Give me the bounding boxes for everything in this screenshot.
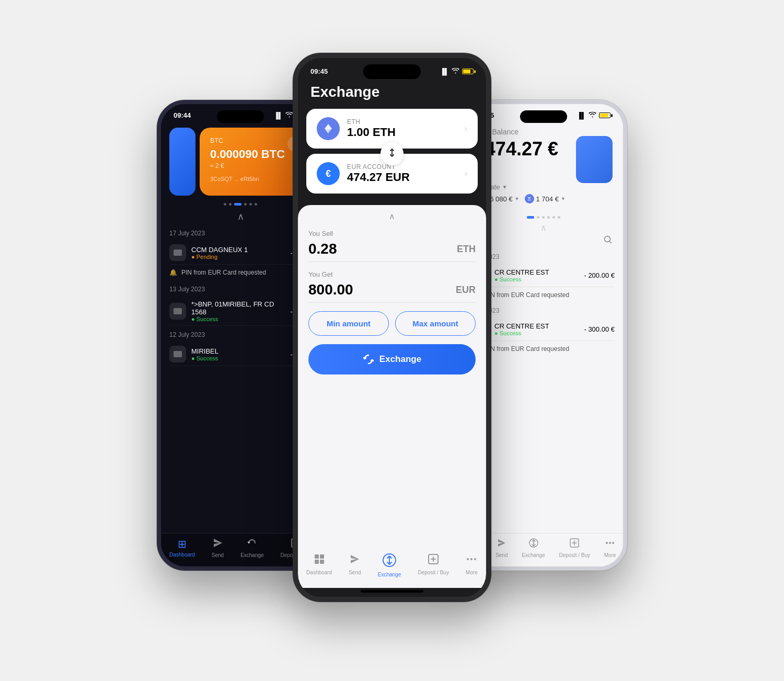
exchange-form: ∧ You Sell 0.28 ETH You Get 800.00	[298, 205, 486, 549]
left-nav-exchange[interactable]: Exchange	[240, 538, 263, 558]
exchange-btn-text: Exchange	[379, 354, 421, 365]
page-title: Exchange	[298, 75, 486, 109]
right-balance-title: Total Balance	[475, 128, 613, 136]
eth-card-chevron: ›	[465, 124, 467, 133]
center-nav-deposit-label: Deposit / Buy	[418, 570, 448, 575]
center-signal-icon: ▐▌	[440, 68, 449, 75]
right-signal-icon: ▐▌	[577, 112, 586, 119]
left-nav-dashboard[interactable]: ⊞ Dashboard	[169, 538, 195, 558]
right-exchange-icon	[528, 538, 539, 551]
sell-value[interactable]: 0.28	[308, 241, 337, 257]
tx-icon-2	[169, 303, 186, 320]
tx-info-1: CCM DAGNEUX 1 ● Pending	[191, 246, 285, 260]
right-tx-bell-2: 🔔 PIN from EUR Card requested	[472, 341, 615, 357]
tx-name-1: CCM DAGNEUX 1	[191, 246, 285, 254]
right-send-icon	[497, 538, 507, 551]
center-nav-dashboard[interactable]: Dashboard	[306, 553, 332, 577]
tx-name-2: *>BNP, 01MIRIBEL, FR CD 1568	[191, 300, 285, 316]
center-status-icons: ▐▌	[440, 67, 474, 75]
rate-items: B 26 080 € ▼ Ξ 1 704 € ▼	[475, 194, 613, 203]
svg-rect-1	[174, 308, 182, 314]
svg-point-27	[612, 542, 614, 544]
right-dot-4	[547, 216, 550, 219]
get-label: You Get	[308, 270, 476, 278]
center-nav-more[interactable]: More	[466, 553, 478, 577]
right-blue-card-partial	[576, 136, 613, 183]
min-amount-button[interactable]: Min amount	[308, 311, 389, 336]
table-row: *>BNP, 01MIRIBEL, FR CD 1568 ● Success -…	[169, 297, 312, 326]
tx-bell-text-1: PIN from EUR Card requested	[181, 269, 266, 276]
eth-icon	[317, 117, 340, 140]
tx-bell-1: 🔔 PIN from EUR Card requested	[169, 265, 312, 280]
phones-container: 09:44 ▐▌	[157, 53, 627, 628]
eth-rate-chevron: ▼	[561, 196, 566, 201]
tx-info-2: *>BNP, 01MIRIBEL, FR CD 1568 ● Success	[191, 300, 285, 322]
right-nav-send[interactable]: Send	[495, 538, 508, 558]
left-dynamic-island	[217, 110, 264, 123]
center-home-indicator	[361, 590, 423, 593]
left-nav-send-label: Send	[212, 552, 224, 558]
btc-card-amount: 0.000090 BTC	[210, 147, 301, 161]
dashboard-icon: ⊞	[178, 538, 187, 550]
left-dot-4	[244, 203, 247, 206]
tx-status-1: ● Pending	[191, 254, 285, 260]
center-nav-send[interactable]: Send	[349, 553, 361, 577]
tx-status-2: ● Success	[191, 316, 285, 322]
center-deposit-icon	[428, 553, 439, 568]
right-nav-deposit[interactable]: Deposit / Buy	[559, 538, 590, 558]
right-nav-exchange[interactable]: Exchange	[522, 538, 545, 558]
swap-button[interactable]	[381, 142, 403, 165]
tx-icon-3	[169, 346, 186, 362]
right-dot-2	[537, 216, 539, 219]
center-exchange-icon	[383, 553, 396, 570]
right-nav-send-label: Send	[495, 552, 508, 558]
left-tx-date-1: 17 July 2023	[169, 230, 312, 237]
center-nav-more-label: More	[466, 570, 478, 575]
eth-card-info: ETH 1.00 ETH	[347, 118, 457, 139]
table-row: CR CENTRE EST ● Success - 300.00 €	[472, 317, 615, 341]
form-chevron[interactable]: ∧	[308, 211, 476, 221]
get-value[interactable]: 800.00	[308, 281, 353, 298]
get-currency: EUR	[456, 285, 476, 296]
left-nav-send[interactable]: Send	[212, 538, 224, 558]
eth-card-currency: ETH	[347, 118, 457, 126]
eth-rate-icon: Ξ	[525, 194, 534, 203]
eth-card-value: 1.00 ETH	[347, 126, 457, 139]
svg-point-13	[467, 558, 469, 560]
eur-card-info: EUR ACCOUNT 474.27 EUR	[347, 163, 457, 184]
right-tx-name-1: CR CENTRE EST	[494, 268, 579, 276]
right-dot-5	[552, 216, 555, 219]
bell-icon-1: 🔔	[169, 269, 177, 276]
eth-rate-value: 1 704 €	[536, 195, 559, 203]
left-wifi-icon	[285, 111, 293, 119]
eur-card-chevron: ›	[465, 169, 467, 178]
svg-rect-0	[174, 249, 182, 256]
exchange-icon	[247, 538, 257, 551]
right-more-icon	[605, 538, 615, 551]
get-row: 800.00 EUR	[308, 281, 476, 303]
svg-rect-7	[315, 554, 319, 559]
eur-card-currency: EUR ACCOUNT	[347, 163, 457, 171]
right-tx-bell-text-1: PIN from EUR Card requested	[485, 291, 569, 299]
table-row: CCM DAGNEUX 1 ● Pending - 300.0	[169, 241, 312, 265]
center-wifi-icon	[452, 67, 459, 75]
right-tx-amount-1: - 200.00 €	[584, 271, 615, 279]
left-dot-5	[249, 203, 252, 206]
right-nav-more-label: More	[604, 552, 616, 558]
chevron-down-icon: ▼	[502, 184, 507, 190]
exchange-button[interactable]: Exchange	[308, 344, 476, 374]
center-time: 09:45	[310, 67, 328, 75]
btc-rate-chevron: ▼	[515, 196, 520, 201]
get-field: You Get 800.00 EUR	[308, 270, 476, 303]
exchange-btn-icon	[363, 354, 374, 365]
center-more-icon	[466, 553, 477, 568]
sell-row: 0.28 ETH	[308, 241, 476, 262]
svg-rect-8	[320, 554, 324, 559]
right-nav-more[interactable]: More	[604, 538, 616, 558]
center-nav-deposit[interactable]: Deposit / Buy	[418, 553, 448, 577]
center-nav-exchange[interactable]: Exchange	[378, 553, 401, 577]
right-tx-date-2: July 2023	[472, 307, 615, 314]
max-amount-button[interactable]: Max amount	[395, 311, 476, 336]
right-tx-amount-2: - 300.00 €	[584, 325, 615, 333]
buy-rate-row[interactable]: Buy rate ▼	[475, 183, 613, 191]
